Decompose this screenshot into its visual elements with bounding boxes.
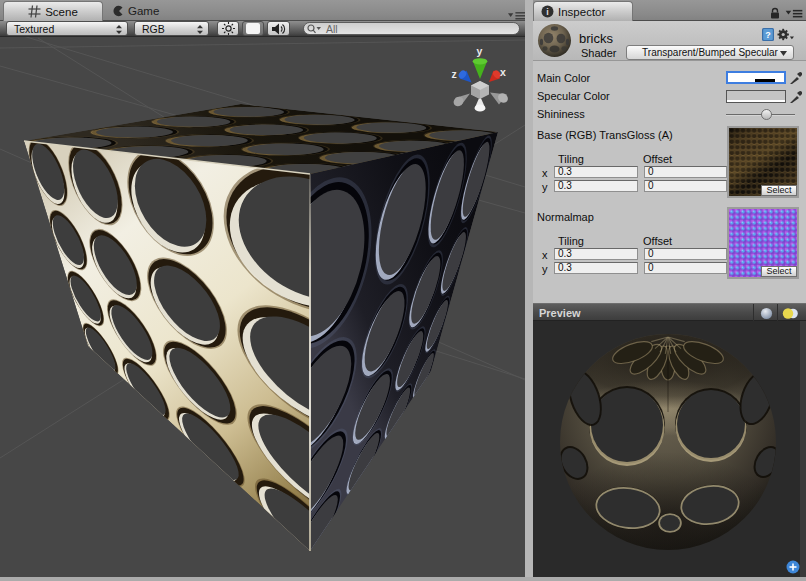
svg-text:z: z (452, 68, 457, 80)
svg-text:x: x (500, 66, 506, 78)
svg-text:?: ? (765, 30, 771, 40)
svg-text:i: i (546, 7, 549, 17)
svg-text:y: y (477, 45, 483, 57)
